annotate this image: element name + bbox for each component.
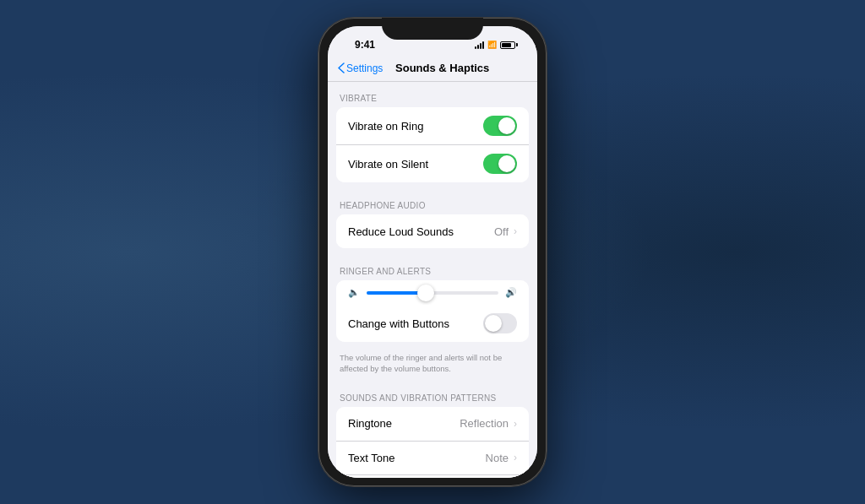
ringtone-chevron-icon: › bbox=[514, 418, 517, 430]
headphone-section-header: HEADPHONE AUDIO bbox=[328, 189, 537, 214]
reduce-loud-label: Reduce Loud Sounds bbox=[348, 225, 494, 238]
vibrate-ring-row[interactable]: Vibrate on Ring bbox=[336, 107, 529, 144]
signal-icon bbox=[475, 41, 484, 49]
navigation-bar: Settings Sounds & Haptics bbox=[328, 58, 537, 82]
text-tone-chevron-icon: › bbox=[514, 452, 517, 463]
text-tone-value: Note bbox=[486, 452, 509, 464]
reduce-loud-chevron-icon: › bbox=[514, 225, 517, 237]
vibrate-silent-row[interactable]: Vibrate on Silent bbox=[336, 144, 529, 182]
toggle-knob bbox=[498, 117, 515, 134]
slider-thumb[interactable] bbox=[417, 285, 434, 301]
sounds-section-header: SOUNDS AND VIBRATION PATTERNS bbox=[328, 382, 537, 407]
notch bbox=[382, 18, 483, 40]
back-button[interactable]: Settings bbox=[338, 62, 383, 74]
headphone-group: Reduce Loud Sounds Off › bbox=[336, 214, 529, 248]
toggle-knob bbox=[498, 155, 515, 172]
settings-content: VIBRATE Vibrate on Ring Vibrate on Silen… bbox=[328, 82, 537, 478]
screen: 9:41 📶 bbox=[328, 26, 537, 478]
text-tone-row[interactable]: Text Tone Note › bbox=[336, 441, 529, 474]
reduce-loud-value: Off bbox=[494, 225, 509, 238]
ringer-slider[interactable] bbox=[367, 291, 498, 295]
vibrate-group: Vibrate on Ring Vibrate on Silent bbox=[336, 107, 529, 182]
ringer-group: 🔈 🔊 Change with Buttons bbox=[336, 280, 529, 342]
ringer-section-header: RINGER AND ALERTS bbox=[328, 255, 537, 280]
change-buttons-helper: The volume of the ringer and alerts will… bbox=[328, 349, 537, 382]
volume-low-icon: 🔈 bbox=[348, 287, 360, 298]
sounds-group: Ringtone Reflection › Text Tone Note › N… bbox=[336, 407, 529, 478]
status-icons: 📶 bbox=[475, 41, 515, 49]
change-buttons-toggle[interactable] bbox=[483, 313, 517, 333]
change-buttons-row[interactable]: Change with Buttons bbox=[336, 305, 529, 342]
change-buttons-label: Change with Buttons bbox=[348, 317, 483, 330]
status-time: 9:41 bbox=[355, 39, 375, 51]
vibrate-ring-label: Vibrate on Ring bbox=[348, 120, 483, 133]
reduce-loud-row[interactable]: Reduce Loud Sounds Off › bbox=[336, 214, 529, 248]
ringer-slider-row: 🔈 🔊 bbox=[336, 280, 529, 305]
volume-high-icon: 🔊 bbox=[505, 287, 517, 298]
vibrate-section-header: VIBRATE bbox=[328, 82, 537, 107]
page-title: Sounds & Haptics bbox=[383, 62, 502, 74]
ringtone-value: Reflection bbox=[460, 417, 509, 430]
vibrate-silent-toggle[interactable] bbox=[483, 154, 517, 174]
ringtone-label: Ringtone bbox=[348, 417, 460, 430]
battery-icon bbox=[500, 41, 515, 49]
ringtone-row[interactable]: Ringtone Reflection › bbox=[336, 407, 529, 441]
vibrate-ring-toggle[interactable] bbox=[483, 116, 517, 136]
phone-mockup: 9:41 📶 bbox=[318, 18, 547, 486]
vibrate-silent-label: Vibrate on Silent bbox=[348, 158, 483, 171]
back-label: Settings bbox=[346, 62, 383, 74]
wifi-icon: 📶 bbox=[487, 41, 497, 49]
back-chevron-icon bbox=[338, 62, 345, 73]
toggle-knob bbox=[485, 315, 502, 332]
phone-device: 9:41 📶 bbox=[318, 18, 547, 486]
new-voicemail-row[interactable]: New Voicemail Tri-tone › bbox=[336, 474, 529, 478]
text-tone-label: Text Tone bbox=[348, 452, 486, 464]
